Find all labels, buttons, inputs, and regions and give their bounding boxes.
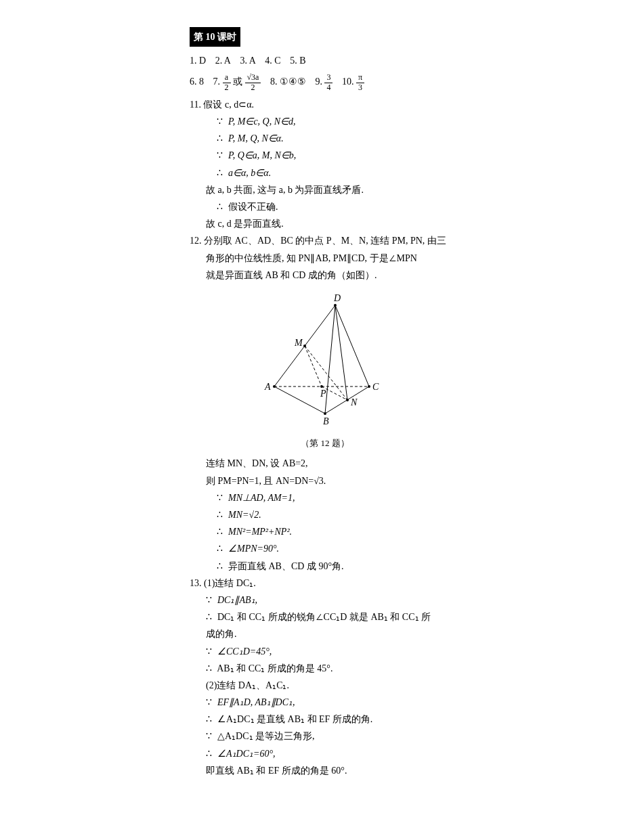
ans-6: 6. 8 — [190, 73, 204, 90]
q13-l2: ∵ DC₁∥AB₁, — [190, 592, 460, 609]
q13-l8: ∴ ∠A₁DC₁ 是直线 AB₁ 和 EF 所成的角. — [190, 711, 460, 728]
label-D: D — [333, 293, 341, 303]
label-A: A — [264, 382, 271, 392]
diagram-caption: （第 12 题） — [190, 435, 460, 451]
svg-line-6 — [305, 346, 322, 386]
ans-9-pre: 9. — [315, 76, 324, 87]
q12-l10: ∴ 异面直线 AB、CD 成 90°角. — [190, 558, 460, 575]
tetrahedron-svg: D M A P N B C — [247, 292, 403, 427]
q13-l4: ∵ ∠CC₁D=45°, — [190, 643, 460, 660]
q12-block: 12. 分别取 AC、AD、BC 的中点 P、M、N, 连结 PM, PN, 由… — [190, 232, 460, 574]
answers-row-2: 6. 8 7. a2 或 √3a2 8. ①④⑤ 9. 34 10. π3 — [190, 73, 460, 91]
label-B: B — [323, 416, 329, 426]
svg-line-1 — [274, 386, 325, 414]
q13-l3: ∴ DC₁ 和 CC₁ 所成的锐角∠CC₁D 就是 AB₁ 和 CC₁ 所 — [190, 609, 460, 625]
ans-7: 7. a2 或 √3a2 — [213, 73, 261, 91]
content-block: 第 10 课时 1. D 2. A 3. A 4. C 5. B 6. 8 7.… — [190, 27, 460, 779]
q11-block: 11. 假设 c, d⊂α. ∵ P, M∈c, Q, N∈d, ∴ P, M,… — [190, 96, 460, 233]
q13-block: 13. (1)连结 DC₁. ∵ DC₁∥AB₁, ∴ DC₁ 和 CC₁ 所成… — [190, 575, 460, 779]
q13-l1: 13. (1)连结 DC₁. — [190, 575, 460, 592]
tetrahedron-diagram: D M A P N B C — [190, 292, 460, 433]
q11-l7: 故 c, d 是异面直线. — [190, 215, 460, 232]
q11-l3: ∵ P, Q∈a, M, N∈b, — [190, 147, 460, 164]
q12-l2: 角形的中位线性质, 知 PN∥AB, PM∥CD, 于是∠MPN — [190, 250, 460, 267]
ans-7-or: 或 — [233, 76, 242, 87]
q12-l6: ∵ MN⊥AD, AM=1, — [190, 489, 460, 506]
label-N: N — [350, 397, 358, 407]
ans-2: 2. A — [215, 52, 231, 69]
q12-l9: ∴ ∠MPN=90°. — [190, 540, 460, 557]
label-C: C — [372, 382, 379, 392]
q12-l4: 连结 MN、DN, 设 AB=2, — [190, 455, 460, 472]
frac-10: π3 — [356, 73, 364, 91]
svg-point-10 — [273, 385, 276, 388]
q11-l1: ∵ P, M∈c, Q, N∈d, — [190, 113, 460, 130]
q12-l8: ∴ MN²=MP²+NP². — [190, 523, 460, 540]
q13-l6: (2)连结 DA₁、A₁C₁. — [190, 677, 460, 694]
svg-point-13 — [334, 304, 337, 307]
q11-l5: 故 a, b 共面, 这与 a, b 为异面直线矛盾. — [190, 181, 460, 198]
svg-point-15 — [320, 385, 323, 388]
q12-l7: ∴ MN=√2. — [190, 506, 460, 523]
ans-10: 10. π3 — [342, 73, 364, 91]
q13-l3c: 成的角. — [190, 625, 460, 642]
q11-l6: ∴ 假设不正确. — [190, 198, 460, 215]
svg-point-12 — [324, 412, 326, 415]
q11-l4: ∴ a∈α, b∈α. — [190, 164, 460, 181]
ans-3: 3. A — [240, 52, 255, 69]
svg-point-11 — [368, 385, 370, 388]
frac-9: 34 — [324, 73, 332, 91]
q11-l2: ∴ P, M, Q, N∈α. — [190, 130, 460, 147]
ans-10-pre: 10. — [342, 76, 356, 87]
ans-9: 9. 34 — [315, 73, 332, 91]
ans-8: 8. ①④⑤ — [270, 73, 306, 90]
svg-point-16 — [346, 399, 349, 401]
frac-7a: a2 — [223, 73, 231, 91]
q13-l9: ∵ △A₁DC₁ 是等边三角形, — [190, 728, 460, 745]
lesson-header: 第 10 课时 — [190, 27, 240, 47]
q12-l3: 就是异面直线 AB 和 CD 成的角（如图）. — [190, 267, 460, 284]
q13-l7: ∵ EF∥A₁D, AB₁∥DC₁, — [190, 694, 460, 711]
svg-point-14 — [303, 345, 306, 347]
q12-l1: 12. 分别取 AC、AD、BC 的中点 P、M、N, 连结 PM, PN, 由… — [190, 232, 460, 249]
q13-l10: ∴ ∠A₁DC₁=60°, — [190, 745, 460, 762]
label-M: M — [294, 338, 303, 348]
answers-row-1: 1. D 2. A 3. A 4. C 5. B — [190, 52, 460, 69]
q13-l11: 即直线 AB₁ 和 EF 所成的角是 60°. — [190, 762, 460, 779]
q12-l5: 则 PM=PN=1, 且 AN=DN=√3. — [190, 472, 460, 489]
frac-7b: √3a2 — [245, 73, 261, 91]
label-P: P — [320, 389, 326, 399]
ans-5: 5. B — [290, 52, 305, 69]
q11-head: 11. 假设 c, d⊂α. — [190, 96, 460, 113]
ans-4: 4. C — [265, 52, 280, 69]
svg-line-5 — [325, 305, 335, 414]
ans-7-pre: 7. — [213, 76, 223, 87]
ans-1: 1. D — [190, 52, 206, 69]
q13-l5: ∴ AB₁ 和 CC₁ 所成的角是 45°. — [190, 660, 460, 677]
